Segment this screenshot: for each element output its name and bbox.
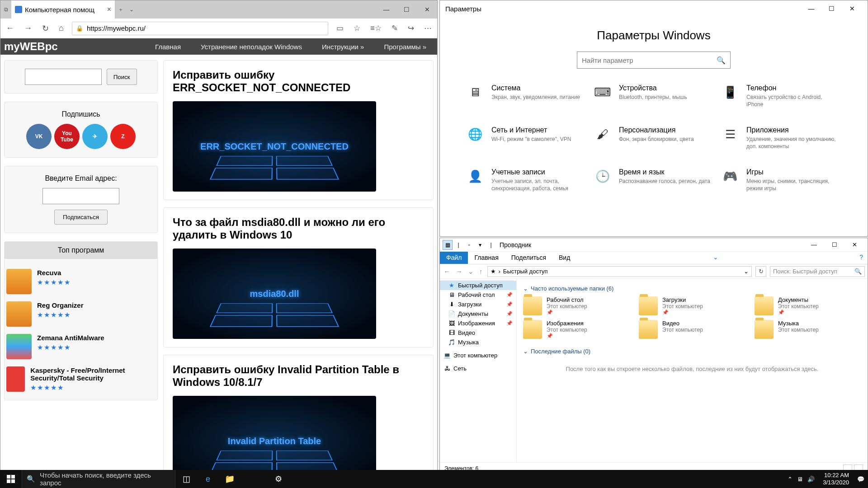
new-tab-button[interactable]: ＋	[115, 0, 126, 19]
nav-programs[interactable]: Программы »	[374, 43, 436, 51]
home-icon[interactable]: ⌂	[57, 22, 66, 35]
action-center-icon[interactable]: 💬	[857, 476, 864, 483]
article-card[interactable]: Что за файл msdia80.dll и можно ли его у…	[163, 207, 434, 347]
tray-volume-icon[interactable]: 🔊	[807, 476, 815, 483]
program-item[interactable]: Recuva★★★★★	[5, 265, 157, 298]
tray-overflow-icon[interactable]: ⌃	[788, 476, 793, 483]
forward-icon[interactable]: →	[22, 22, 34, 35]
nav-home[interactable]: Главная	[145, 43, 191, 51]
ribbon-view[interactable]: Вид	[552, 252, 576, 264]
ribbon-expand-icon[interactable]: ⌄	[708, 252, 723, 264]
site-brand[interactable]: myWEBpc	[1, 40, 61, 53]
program-item[interactable]: Reg Organizer★★★★★	[5, 298, 157, 330]
category-time[interactable]: 🕒Время и языкРаспознавание голоса, регио…	[594, 168, 713, 192]
nav-network[interactable]: 🖧Сеть	[440, 364, 516, 373]
refresh-icon[interactable]: ↻	[755, 266, 766, 277]
settings-search[interactable]: 🔍	[577, 52, 731, 69]
maximize-button[interactable]: ☐	[824, 241, 844, 248]
taskbar-clock[interactable]: 10:22 AM 3/13/2020	[819, 472, 853, 486]
category-phone[interactable]: 📱ТелефонСвязать устройство с Android, iP…	[722, 84, 840, 108]
vk-icon[interactable]: VK	[26, 124, 52, 149]
category-devices[interactable]: ⌨УстройстваBluetooth, принтеры, мышь	[594, 84, 713, 108]
maximize-button[interactable]: ☐	[821, 5, 842, 12]
taskbar-settings-icon[interactable]: ⚙	[268, 470, 289, 488]
nav-fix[interactable]: Устранение неполадок Windows	[191, 43, 312, 51]
zen-icon[interactable]: Z	[110, 124, 136, 149]
nav-thispc[interactable]: 💻Этот компьютер	[440, 351, 516, 360]
nav-music[interactable]: 🎵Музыка	[440, 338, 516, 347]
ribbon-home[interactable]: Главная	[468, 252, 505, 264]
nav-downloads[interactable]: ⬇Загрузки📌	[440, 300, 516, 309]
breadcrumb[interactable]: ★ › Быстрый доступ ⌄	[487, 266, 752, 277]
category-personalization[interactable]: 🖌ПерсонализацияФон, экран блокировки, цв…	[594, 126, 713, 150]
favorites-bar-icon[interactable]: ≡☆	[368, 22, 383, 35]
folder-item[interactable]: ВидеоЭтот компьютер	[639, 320, 745, 339]
group-frequent[interactable]: ⌄Часто используемые папки (6)	[523, 285, 861, 292]
email-input[interactable]	[42, 188, 119, 204]
nav-documents[interactable]: 📄Документы📌	[440, 309, 516, 319]
nav-quick-access[interactable]: ★Быстрый доступ	[440, 281, 516, 290]
taskbar-explorer-icon[interactable]: 📁	[219, 470, 241, 488]
folder-item[interactable]: ИзображенияЭтот компьютер📌	[523, 320, 630, 339]
reading-view-icon[interactable]: ▭	[335, 22, 345, 35]
maximize-button[interactable]: ☐	[396, 0, 417, 19]
explorer-search[interactable]: Поиск: Быстрый доступ 🔍	[770, 266, 865, 277]
minimize-button[interactable]: —	[801, 5, 821, 12]
article-card[interactable]: Исправить ошибку Invalid Partition Table…	[163, 355, 434, 474]
site-search-input[interactable]	[25, 69, 102, 85]
article-card[interactable]: Исправить ошибку ERR_SOCKET_NOT_CONNECTE…	[163, 60, 434, 200]
program-item[interactable]: Kaspersky - Free/Pro/Internet Security/T…	[5, 363, 157, 395]
category-accounts[interactable]: 👤Учетные записиУчетные записи, эл. почта…	[467, 168, 585, 192]
nav-instructions[interactable]: Инструкции »	[312, 43, 374, 51]
back-icon[interactable]: ←	[443, 267, 451, 276]
chevron-down-icon[interactable]: ⌄	[744, 268, 749, 275]
category-system[interactable]: 🖥СистемаЭкран, звук, уведомления, питани…	[467, 84, 585, 108]
subscribe-button[interactable]: Подписаться	[54, 210, 108, 225]
category-network[interactable]: 🌐Сеть и ИнтернетWi-Fi, режим "в самолете…	[467, 126, 585, 150]
ribbon-share[interactable]: Поделиться	[505, 252, 552, 264]
minimize-button[interactable]: —	[804, 241, 824, 248]
nav-desktop[interactable]: 🖥Рабочий стол📌	[440, 290, 516, 300]
task-view-icon[interactable]: ◫	[175, 470, 197, 488]
newfolder-icon[interactable]: ▫	[464, 240, 474, 250]
qat-chevron-icon[interactable]: ▾	[475, 240, 485, 250]
taskbar-edge-icon[interactable]: e	[197, 470, 219, 488]
folder-item[interactable]: ДокументыЭтот компьютер📌	[755, 296, 861, 315]
more-icon[interactable]: ⋯	[422, 22, 434, 35]
group-recent[interactable]: ⌄Последние файлы (0)	[523, 348, 861, 355]
share-icon[interactable]: ↪	[406, 22, 416, 35]
folder-item[interactable]: ЗагрузкиЭтот компьютер📌	[639, 296, 745, 315]
up-icon[interactable]: ↑	[478, 267, 484, 276]
telegram-icon[interactable]: ✈	[82, 124, 108, 149]
close-button[interactable]: ✕	[842, 5, 862, 12]
taskbar-search[interactable]: 🔍 Чтобы начать поиск, введите здесь запр…	[22, 470, 175, 488]
category-gaming[interactable]: 🎮ИгрыМеню игры, снимки, трансляция, режи…	[722, 168, 840, 192]
notes-icon[interactable]: ✎	[390, 22, 400, 35]
refresh-icon[interactable]: ↻	[40, 22, 51, 35]
minimize-button[interactable]: —	[376, 0, 396, 19]
close-button[interactable]: ✕	[844, 241, 865, 248]
settings-search-input[interactable]	[582, 56, 717, 64]
close-button[interactable]: ✕	[417, 0, 437, 19]
category-apps[interactable]: ☰ПриложенияУдаление, значения по умолчан…	[722, 126, 840, 150]
address-bar[interactable]: 🔒 https://mywebpc.ru/	[72, 22, 328, 35]
tab-preview-icon[interactable]: ⌄	[126, 0, 137, 19]
browser-tab[interactable]: Компьютерная помощ ×	[11, 0, 115, 19]
tray-display-icon[interactable]: 🖥	[797, 476, 803, 483]
forward-icon[interactable]: →	[455, 267, 463, 276]
nav-pictures[interactable]: 🖼Изображения📌	[440, 319, 516, 328]
close-tab-icon[interactable]: ×	[107, 5, 111, 14]
nav-video[interactable]: 🎞Видео	[440, 328, 516, 338]
program-item[interactable]: Zemana AntiMalware★★★★★	[5, 330, 157, 363]
tab-actions-icon[interactable]: ⧉	[0, 0, 11, 19]
folder-item[interactable]: Рабочий столЭтот компьютер📌	[523, 296, 630, 315]
favorite-icon[interactable]: ☆	[352, 22, 362, 35]
history-icon[interactable]: ⌄	[467, 267, 475, 277]
help-icon[interactable]: ?	[855, 252, 868, 264]
folder-item[interactable]: МузыкаЭтот компьютер	[755, 320, 861, 339]
back-icon[interactable]: ←	[4, 22, 16, 35]
properties-icon[interactable]: ▦	[443, 240, 453, 250]
youtube-icon[interactable]: YouTube	[54, 124, 80, 149]
start-button[interactable]	[0, 470, 22, 488]
ribbon-file[interactable]: Файл	[440, 252, 468, 264]
